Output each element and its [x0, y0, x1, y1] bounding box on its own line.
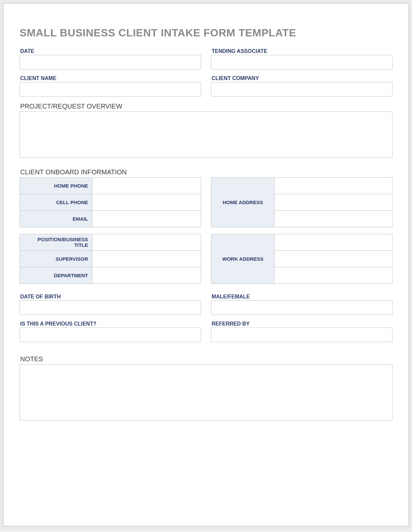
personal-contact-table: HOME PHONE CELL PHONE EMAIL	[20, 177, 201, 227]
page-title: SMALL BUSINESS CLIENT INTAKE FORM TEMPLA…	[20, 27, 395, 39]
onboard-block-personal: HOME PHONE CELL PHONE EMAIL	[20, 177, 392, 227]
date-label: DATE	[20, 48, 201, 54]
notes-label: NOTES	[20, 355, 395, 363]
cell-phone-input[interactable]	[96, 195, 197, 210]
work-address-label: WORK ADDRESS	[211, 234, 275, 284]
email-input[interactable]	[96, 211, 197, 227]
home-address-line1-input[interactable]	[279, 178, 388, 194]
cell-phone-label: CELL PHONE	[20, 194, 92, 211]
home-phone-label: HOME PHONE	[20, 178, 92, 194]
department-label: DEPARTMENT	[20, 267, 92, 284]
client-name-label: CLIENT NAME	[20, 75, 201, 81]
project-overview-input[interactable]	[20, 111, 392, 158]
gender-label: MALE/FEMALE	[212, 294, 392, 300]
department-input[interactable]	[96, 268, 197, 284]
previous-client-label: IS THIS A PREVIOUS CLIENT?	[20, 321, 201, 327]
work-address-line2-input[interactable]	[279, 251, 388, 267]
referred-by-input[interactable]	[211, 328, 392, 342]
row-dob-gender: DATE OF BIRTH MALE/FEMALE	[20, 294, 392, 315]
date-input[interactable]	[20, 55, 201, 69]
row-date-associate: DATE TENDING ASSOCIATE	[20, 48, 392, 69]
tending-associate-input[interactable]	[211, 55, 392, 69]
client-company-input[interactable]	[211, 82, 392, 97]
client-name-input[interactable]	[20, 82, 201, 97]
home-address-line3-input[interactable]	[279, 211, 388, 227]
intake-form-page: SMALL BUSINESS CLIENT INTAKE FORM TEMPLA…	[3, 3, 409, 526]
position-input[interactable]	[96, 235, 197, 250]
email-label: EMAIL	[20, 211, 92, 227]
home-phone-input[interactable]	[96, 178, 197, 194]
previous-client-input[interactable]	[20, 328, 201, 342]
dob-label: DATE OF BIRTH	[20, 294, 201, 300]
home-address-label: HOME ADDRESS	[211, 178, 275, 227]
client-onboard-label: CLIENT ONBOARD INFORMATION	[20, 168, 395, 176]
project-overview-label: PROJECT/REQUEST OVERVIEW	[20, 103, 395, 110]
dob-input[interactable]	[20, 300, 201, 315]
row-client-name-company: CLIENT NAME CLIENT COMPANY	[20, 75, 392, 97]
client-company-label: CLIENT COMPANY	[212, 75, 392, 81]
onboard-block-work: POSITION/BUSINESS TITLE SUPERVISOR DEPAR…	[20, 234, 392, 284]
work-info-table: POSITION/BUSINESS TITLE SUPERVISOR DEPAR…	[20, 234, 201, 284]
home-address-line2-input[interactable]	[279, 195, 388, 210]
tending-associate-label: TENDING ASSOCIATE	[212, 48, 392, 54]
work-address-line3-input[interactable]	[279, 268, 388, 284]
position-label: POSITION/BUSINESS TITLE	[20, 234, 92, 251]
referred-by-label: REFERRED BY	[212, 321, 392, 327]
home-address-table: HOME ADDRESS	[211, 177, 392, 227]
work-address-line1-input[interactable]	[279, 235, 388, 250]
work-address-table: WORK ADDRESS	[211, 234, 392, 284]
gender-input[interactable]	[211, 300, 392, 315]
supervisor-label: SUPERVISOR	[20, 251, 92, 267]
row-prev-referred: IS THIS A PREVIOUS CLIENT? REFERRED BY	[20, 321, 392, 342]
notes-input[interactable]	[20, 364, 392, 421]
supervisor-input[interactable]	[96, 251, 197, 267]
